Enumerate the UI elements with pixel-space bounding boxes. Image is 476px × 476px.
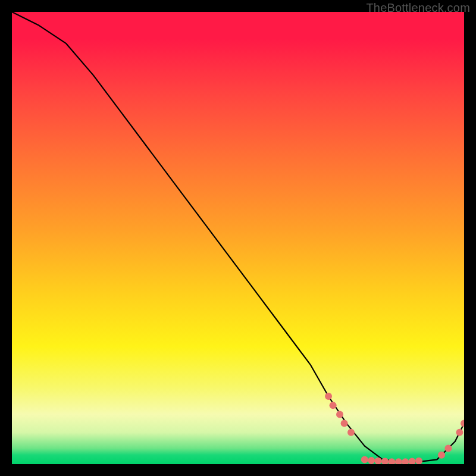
marker-dot	[444, 444, 452, 452]
marker-dot	[409, 458, 416, 464]
marker-dot	[456, 429, 463, 436]
marker-dot	[388, 458, 395, 464]
marker-dot	[330, 402, 337, 409]
bottleneck-curve	[12, 12, 464, 462]
marker-dot	[402, 458, 409, 464]
marker-dots	[325, 393, 464, 464]
marker-dot	[325, 393, 332, 400]
marker-dot	[347, 429, 355, 436]
watermark-text: TheBottleneck.com	[366, 1, 470, 15]
chart-stage: TheBottleneck.com	[0, 0, 476, 476]
plot-area	[12, 12, 464, 464]
marker-dot	[438, 452, 445, 459]
marker-dot	[415, 458, 422, 464]
marker-dot	[341, 420, 348, 427]
marker-dot	[361, 456, 368, 463]
marker-dot	[395, 458, 402, 464]
curve-layer	[12, 12, 464, 464]
marker-dot	[336, 411, 343, 418]
marker-dot	[461, 420, 464, 427]
marker-dot	[368, 457, 375, 464]
